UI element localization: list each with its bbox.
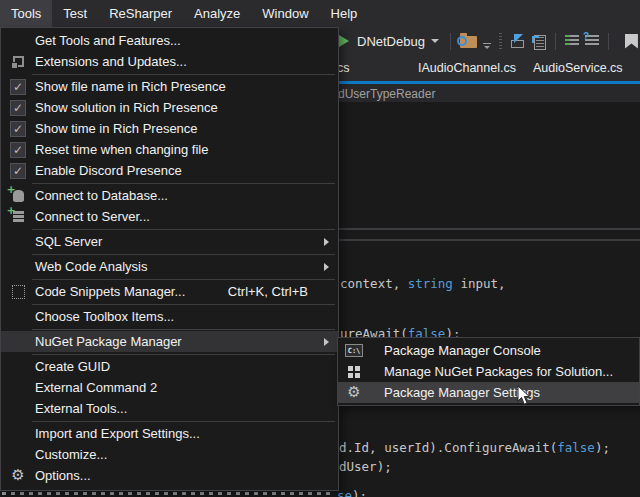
play-icon [339,35,349,47]
menubar-item-label: Test [63,6,87,21]
menu-item-label: Extensions and Updates... [35,54,187,69]
menu-item-label: Code Snippets Manager... [35,284,185,299]
menu-item-choose-toolbox-items[interactable]: Choose Toolbox Items... [1,306,338,327]
menubar-item-test[interactable]: Test [52,0,98,27]
dashed-code-line [2,492,335,495]
menubar-item-resharper[interactable]: ReSharper [98,0,183,27]
menu-item-reset-time-when-changing-file[interactable]: Reset time when changing file [1,139,338,160]
menu-item-gutter [1,56,35,67]
menu-item-gutter [1,285,35,299]
menu-item-gutter [1,121,35,137]
menu-item-label: Show file name in Rich Presence [35,79,226,94]
menu-item-label: External Tools... [35,401,127,416]
menu-item-package-manager-console[interactable]: Package Manager Console [338,340,639,361]
menu-item-gutter [1,100,35,116]
menu-item-show-solution-in-rich-presence[interactable]: Show solution in Rich Presence [1,97,338,118]
menu-item-label: Enable Discord Presence [35,163,182,178]
editor-divider-line [330,239,640,241]
checkmark-icon [10,142,26,158]
find-in-files-icon[interactable] [460,36,477,48]
format-document-icon[interactable] [565,35,579,47]
submenu-arrow-icon [324,263,338,271]
checkmark-icon [10,100,26,116]
menubar-item-label: Window [262,6,308,21]
menu-item-label: NuGet Package Manager [35,334,182,349]
code-line: dUser); [339,459,392,474]
menu-item-gutter [1,163,35,179]
code-line: d.Id, userId).ConfigureAwait(false); [339,440,610,455]
menu-item-label: Show time in Rich Presence [35,121,198,136]
toolbar-icons [444,33,640,50]
console-icon [345,344,363,357]
menu-item-gutter [338,366,370,378]
menu-item-get-tools-and-features[interactable]: Get Tools and Features... [1,30,338,51]
nav-pointer-icon[interactable] [510,34,526,49]
menubar-item-label: Help [331,6,358,21]
breadcrumb[interactable]: dUserTypeReader [338,87,435,101]
tab-audioservice-cs[interactable]: AudioService.cs [533,61,623,75]
menu-item-customize[interactable]: Customize... [1,444,338,465]
menu-item-create-guid[interactable]: Create GUID [1,356,338,377]
copy-structure-icon[interactable] [532,34,546,49]
menu-item-label: Show solution in Rich Presence [35,100,218,115]
code-line: se); [337,488,367,497]
menu-item-package-manager-settings[interactable]: Package Manager Settings [338,382,639,403]
menu-item-label: External Command 2 [35,380,157,395]
menu-item-show-file-name-in-rich-presence[interactable]: Show file name in Rich Presence [1,76,338,97]
menubar-item-tools[interactable]: Tools [0,0,52,27]
toolbar-separator [555,33,556,50]
tools-menu: Get Tools and Features... Extensions and… [0,27,339,491]
chevron-down-icon[interactable] [431,39,439,43]
format-selection-icon[interactable] [585,35,599,47]
submenu-arrow-icon [324,338,338,346]
menu-item-options[interactable]: Options... [1,465,338,486]
tab-iaudiochannel-cs[interactable]: IAudioChannel.cs [418,61,516,75]
mini-dropdown-icon[interactable] [483,43,491,49]
bookmark-icon[interactable] [625,34,638,49]
server-icon [13,211,24,223]
menubar-item-analyze[interactable]: Analyze [183,0,251,27]
run-button[interactable]: DNetDebug [339,34,444,49]
menu-item-web-code-analysis[interactable]: Web Code Analysis [1,256,338,277]
menu-item-extensions-and-updates[interactable]: Extensions and Updates... [1,51,338,72]
menu-item-gutter [1,468,35,484]
menu-item-gutter [338,344,370,357]
menu-item-label: SQL Server [35,234,102,249]
menu-item-manage-nuget-packages-for-solution[interactable]: Manage NuGet Packages for Solution... [338,361,639,382]
menu-item-sql-server[interactable]: SQL Server [1,231,338,252]
menubar-item-window[interactable]: Window [251,0,319,27]
checkmark-icon [10,163,26,179]
menu-item-show-time-in-rich-presence[interactable]: Show time in Rich Presence [1,118,338,139]
menu-item-label: Web Code Analysis [35,259,148,274]
menu-item-gutter [338,385,370,401]
snippet-icon [12,285,25,299]
menu-item-connect-to-database[interactable]: Connect to Database... [1,185,338,206]
menu-item-label: Package Manager Settings [370,385,540,400]
nuget-grid-icon [348,366,360,378]
database-icon [13,190,24,202]
menu-item-external-command-2[interactable]: External Command 2 [1,377,338,398]
menu-item-shortcut: Ctrl+K, Ctrl+B [228,284,324,299]
menu-bar: Tools Test ReSharper Analyze Window Help [0,0,640,27]
run-config-label: DNetDebug [357,34,425,49]
nuget-package-manager-submenu: Package Manager Console Manage NuGet Pac… [337,337,640,406]
menu-item-label: Options... [35,468,91,483]
menu-item-external-tools[interactable]: External Tools... [1,398,338,419]
checkmark-icon [10,121,26,137]
menu-item-nuget-package-manager[interactable]: NuGet Package Manager [1,331,338,352]
menu-item-gutter [1,142,35,158]
menu-item-import-and-export-settings[interactable]: Import and Export Settings... [1,423,338,444]
menu-item-label: Import and Export Settings... [35,426,200,441]
toolbar-grip [499,33,502,49]
menu-item-label: Customize... [35,447,107,462]
menu-item-code-snippets-manager[interactable]: Code Snippets Manager... Ctrl+K, Ctrl+B [1,281,338,302]
menu-item-enable-discord-presence[interactable]: Enable Discord Presence [1,160,338,181]
menu-item-gutter [1,211,35,223]
menu-item-connect-to-server[interactable]: Connect to Server... [1,206,338,227]
menu-item-label: Get Tools and Features... [35,33,181,48]
mouse-cursor [517,385,531,406]
menubar-item-help[interactable]: Help [320,0,369,27]
menubar-item-label: Tools [11,6,41,21]
toolbar-separator [450,33,451,50]
menu-item-label: Package Manager Console [370,343,541,358]
